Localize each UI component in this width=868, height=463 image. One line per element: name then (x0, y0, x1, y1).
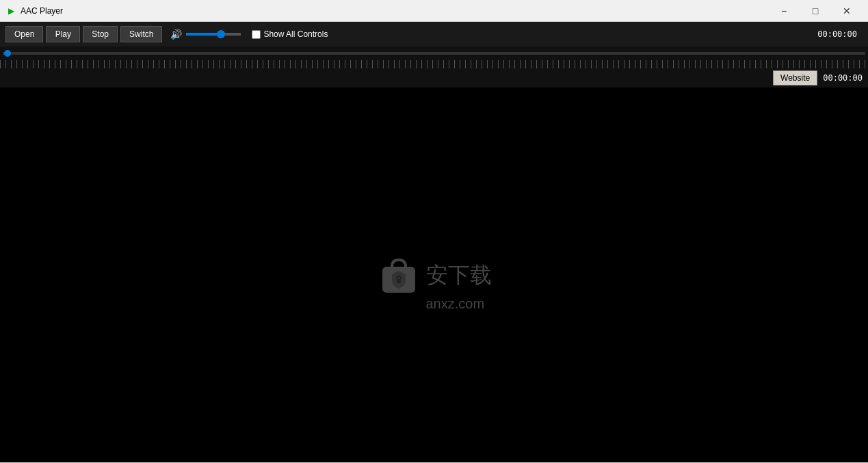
seek-thumb[interactable] (4, 50, 11, 57)
play-button[interactable]: Play (46, 26, 80, 42)
switch-button[interactable]: Switch (120, 26, 162, 42)
stop-button[interactable]: Stop (83, 26, 118, 42)
time-display-bottom: 00:00:00 (823, 73, 863, 83)
title-bar-controls: − □ ✕ (768, 0, 863, 22)
svg-rect-1 (397, 279, 401, 283)
volume-icon[interactable]: 🔊 (170, 29, 182, 40)
ruler-ticks (0, 60, 868, 68)
bottom-controls: Website 00:00:00 (0, 68, 868, 88)
title-bar: ▶ AAC Player − □ ✕ (0, 0, 868, 22)
minimize-button[interactable]: − (768, 0, 800, 22)
show-controls-container: Show All Controls (252, 29, 328, 39)
maximize-button[interactable]: □ (800, 0, 831, 22)
title-bar-left: ▶ AAC Player (5, 5, 63, 16)
close-button[interactable]: ✕ (831, 0, 863, 22)
seek-track[interactable] (3, 52, 865, 55)
open-button[interactable]: Open (5, 26, 43, 42)
play-icon: ▶ (8, 6, 14, 16)
watermark: 安下载anxz.com (377, 235, 492, 314)
volume-slider-container (186, 33, 241, 36)
show-controls-checkbox[interactable] (252, 30, 261, 39)
ruler-area (0, 60, 868, 68)
show-controls-label[interactable]: Show All Controls (263, 29, 328, 39)
app-window: Open Play Stop Switch 🔊 Show All Control… (0, 22, 868, 462)
seekbar-area[interactable] (0, 47, 868, 60)
website-button[interactable]: Website (773, 70, 817, 85)
title-bar-title: AAC Player (21, 6, 63, 16)
toolbar: Open Play Stop Switch 🔊 Show All Control… (0, 22, 868, 47)
watermark-icon (377, 253, 421, 297)
volume-slider[interactable] (186, 33, 241, 36)
time-display-top: 00:00:00 (817, 29, 863, 39)
watermark-text: 安下载anxz.com (426, 235, 492, 314)
main-content: 安下载anxz.com (0, 88, 868, 462)
app-icon: ▶ (5, 5, 16, 16)
